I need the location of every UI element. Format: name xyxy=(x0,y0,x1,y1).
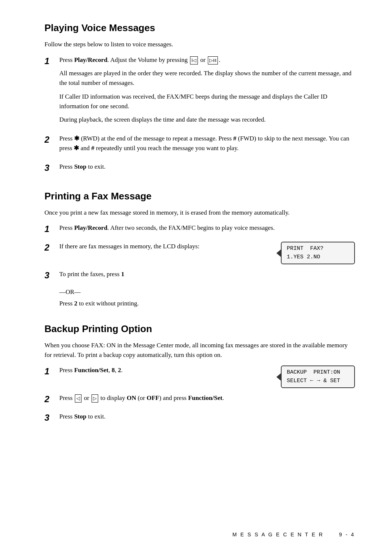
intro-backup: When you choose FAX: ON in the Message C… xyxy=(44,341,355,360)
print-step-2-text-block: If there are fax messages in memory, the… xyxy=(59,242,262,255)
footer-page-number: 9 - 4 xyxy=(339,532,355,537)
step-1-playing: 1 Press Play/Record. Adjust the Volume b… xyxy=(44,55,355,129)
backup-step-1-row: Press Function/Set, 8, 2. BACKUP PRINT:O… xyxy=(59,365,355,388)
print-step-1-text: Press Play/Record. After two seconds, th… xyxy=(59,223,355,233)
step-1-para-2: If Caller ID information was received, t… xyxy=(59,92,355,112)
backup-step-2-content: Press ◁ or ▷ to display ON (or OFF) and … xyxy=(59,393,355,407)
print-step-2-row: If there are fax messages in memory, the… xyxy=(59,242,355,264)
step-2-backup: 2 Press ◁ or ▷ to display ON (or OFF) an… xyxy=(44,393,355,407)
step-1-backup: 1 Press Function/Set, 8, 2. BACKUP PRINT… xyxy=(44,365,355,388)
step-3-backup: 3 Press Stop to exit. xyxy=(44,412,355,425)
page-footer: M E S S A G E C E N T E R 9 - 4 xyxy=(232,532,355,537)
intro-playing: Follow the steps below to listen to voic… xyxy=(44,40,355,49)
step-2-content: Press ✱ (RWD) at the end of the message … xyxy=(59,134,355,157)
print-step-2-text: If there are fax messages in memory, the… xyxy=(59,242,262,251)
step-1-para-3: During playback, the screen displays the… xyxy=(59,115,355,125)
section-backup-printing: Backup Printing Option When you choose F… xyxy=(44,323,355,426)
step-3-printing: 3 To print the faxes, press 1 xyxy=(44,269,355,283)
step-number-1: 1 xyxy=(44,55,59,67)
step-1-text: Press Play/Record. Adjust the Volume by … xyxy=(59,55,355,65)
print-step-3-text: To print the faxes, press 1 xyxy=(59,269,355,279)
step-3-text: Press Stop to exit. xyxy=(59,162,355,172)
step-3-content: Press Stop to exit. xyxy=(59,162,355,175)
backup-step-1-text-block: Press Function/Set, 8, 2. xyxy=(59,365,262,379)
lcd-print-fax-wrapper: PRINT FAX? 1.YES 2.NO xyxy=(281,242,355,264)
backup-step-number-3: 3 xyxy=(44,412,59,423)
page: Playing Voice Messages Follow the steps … xyxy=(0,0,392,556)
step-2-text: Press ✱ (RWD) at the end of the message … xyxy=(59,134,355,153)
intro-printing: Once you print a new fax message stored … xyxy=(44,208,355,218)
arrow-right-icon: ▷ xyxy=(92,394,98,403)
print-step-number-2: 2 xyxy=(44,242,59,253)
or-text: —OR— xyxy=(59,288,81,295)
backup-step-2-text: Press ◁ or ▷ to display ON (or OFF) and … xyxy=(59,393,355,403)
lcd-backup-print: BACKUP PRINT:ON SELECT ← → & SET xyxy=(281,365,355,388)
print-step-3-alt: Press 2 to exit without printing. xyxy=(59,299,355,308)
arrow-left-icon: ◁ xyxy=(75,394,82,403)
backup-step-number-2: 2 xyxy=(44,393,59,405)
section-title-playing: Playing Voice Messages xyxy=(44,22,355,34)
step-2-playing: 2 Press ✱ (RWD) at the end of the messag… xyxy=(44,134,355,157)
print-step-3-content: To print the faxes, press 1 xyxy=(59,269,355,283)
section-playing-voice-messages: Playing Voice Messages Follow the steps … xyxy=(44,22,355,176)
backup-step-1-text: Press Function/Set, 8, 2. xyxy=(59,365,262,375)
press-2-text: Press 2 to exit without printing. xyxy=(59,299,355,308)
section-printing-fax: Printing a Fax Message Once you print a … xyxy=(44,191,355,309)
vol-low-icon: l◁ xyxy=(190,56,198,64)
backup-step-1-content: Press Function/Set, 8, 2. BACKUP PRINT:O… xyxy=(59,365,355,388)
section-title-backup: Backup Printing Option xyxy=(44,323,355,335)
print-step-1-content: Press Play/Record. After two seconds, th… xyxy=(59,223,355,236)
footer-section-label: M E S S A G E C E N T E R xyxy=(232,532,323,537)
step-3-playing: 3 Press Stop to exit. xyxy=(44,162,355,175)
step-1-content: Press Play/Record. Adjust the Volume by … xyxy=(59,55,355,129)
step-1-para-1: All messages are played in the order the… xyxy=(59,69,355,88)
print-step-2-content: If there are fax messages in memory, the… xyxy=(59,242,355,264)
backup-step-3-text: Press Stop to exit. xyxy=(59,412,355,421)
backup-step-number-1: 1 xyxy=(44,365,59,377)
print-step-number-1: 1 xyxy=(44,223,59,235)
or-divider: —OR— xyxy=(59,288,355,296)
lcd-print-fax: PRINT FAX? 1.YES 2.NO xyxy=(281,242,355,264)
section-title-printing: Printing a Fax Message xyxy=(44,191,355,202)
step-number-3: 3 xyxy=(44,162,59,173)
print-step-number-3: 3 xyxy=(44,269,59,281)
step-number-2: 2 xyxy=(44,134,59,145)
step-2-printing: 2 If there are fax messages in memory, t… xyxy=(44,242,355,264)
backup-step-3-content: Press Stop to exit. xyxy=(59,412,355,425)
vol-high-icon: ▷H xyxy=(208,56,218,64)
step-1-printing: 1 Press Play/Record. After two seconds, … xyxy=(44,223,355,236)
lcd-backup-wrapper: BACKUP PRINT:ON SELECT ← → & SET xyxy=(281,365,355,388)
